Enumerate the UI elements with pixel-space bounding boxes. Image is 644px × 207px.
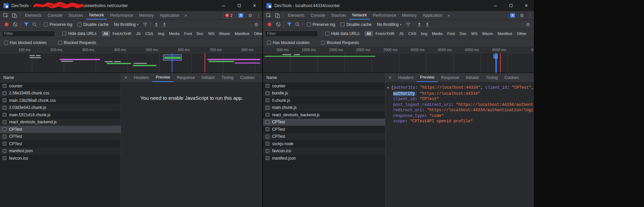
waterfall-overview[interactable] [0, 53, 262, 73]
settings-gear-icon[interactable]: ⚙ [518, 11, 526, 19]
filter-chip-js[interactable]: JS [134, 31, 143, 36]
panel-tab-sources[interactable]: Sources [328, 11, 349, 19]
clear-icon[interactable] [274, 20, 282, 29]
export-har-icon[interactable] [160, 20, 168, 29]
request-row[interactable]: bundle.js [263, 90, 385, 97]
filter-chip-ws[interactable]: WS [469, 31, 480, 36]
titlebar[interactable]: DevTools - urewebsites.net/counter – × [0, 0, 262, 11]
network-conditions-icon[interactable] [141, 20, 149, 29]
throttling-select[interactable]: No throttling ▾ [114, 22, 139, 27]
filter-chip-all[interactable]: All [102, 31, 110, 36]
panel-tab-sources[interactable]: Sources [65, 11, 86, 19]
filter-chip-other[interactable]: Other [252, 31, 263, 36]
filter-chip-doc[interactable]: Doc [195, 31, 205, 36]
minimize-button[interactable]: – [216, 0, 231, 11]
panel-tab-network[interactable]: Network [86, 11, 107, 19]
device-toolbar-icon[interactable] [10, 11, 19, 19]
request-row[interactable]: main.chunk.js [263, 104, 385, 112]
filter-chip-img[interactable]: Img [156, 31, 166, 36]
name-column-header[interactable]: Name [0, 73, 121, 82]
blocked-requests-checkbox[interactable]: Blocked Requests [321, 40, 359, 45]
filter-chip-doc[interactable]: Doc [458, 31, 468, 36]
filter-chip-manifest[interactable]: Manifest [495, 31, 514, 36]
preserve-log-checkbox[interactable]: Preserve log [307, 22, 335, 27]
request-row[interactable]: CPTest [0, 133, 121, 140]
record-button[interactable] [5, 23, 8, 26]
request-row[interactable]: counter [263, 82, 385, 90]
filter-funnel-icon[interactable] [285, 20, 293, 29]
filter-chip-ws[interactable]: WS [206, 31, 217, 36]
request-row[interactable]: favicon.ico [0, 155, 121, 162]
request-row[interactable]: CPTest [0, 126, 121, 133]
request-row[interactable]: favicon.ico [263, 148, 385, 155]
clear-icon[interactable] [11, 20, 19, 29]
detail-tab-cookies[interactable]: Cookies [501, 73, 522, 82]
more-options-icon[interactable]: ⋮ [526, 11, 534, 19]
panel-tab-elements[interactable]: Elements [285, 11, 308, 19]
request-row[interactable]: 2.03d3e542.chunk.js [0, 104, 121, 112]
filter-chip-all[interactable]: All [365, 31, 373, 36]
panel-tab-performance[interactable]: Performance [370, 11, 399, 19]
has-blocked-cookies-checkbox[interactable]: Has blocked cookies [267, 40, 310, 45]
search-icon[interactable] [293, 20, 301, 29]
detail-tab-timing[interactable]: Timing [218, 73, 237, 82]
network-settings-gear-icon[interactable]: ⚙ [524, 20, 532, 29]
detail-tab-preview[interactable]: Preview [417, 73, 438, 82]
network-conditions-icon[interactable] [404, 20, 412, 29]
request-row[interactable]: CPTest [263, 133, 385, 140]
request-row[interactable]: CPTest [263, 119, 385, 126]
filter-chip-wasm[interactable]: Wasm [480, 31, 495, 36]
request-row[interactable]: CPTest [0, 140, 121, 148]
panel-tab-console[interactable]: Console [308, 11, 328, 19]
filter-chip-js[interactable]: JS [397, 31, 406, 36]
filter-chip-media[interactable]: Media [430, 31, 444, 36]
request-row[interactable]: CPTest [263, 126, 385, 133]
name-column-header[interactable]: Name [263, 73, 385, 82]
more-options-icon[interactable]: ⋮ [254, 11, 262, 19]
network-overview-timeline[interactable]: 500 ms1000 ms1500 ms2000 ms2500 ms3000 m… [263, 47, 534, 73]
request-row[interactable]: sockjs-node [263, 140, 385, 148]
close-pane-icon[interactable]: × [121, 73, 130, 82]
filter-chip-wasm[interactable]: Wasm [217, 31, 232, 36]
filter-input[interactable] [265, 31, 318, 37]
close-pane-icon[interactable]: × [385, 73, 395, 82]
minimize-button[interactable]: – [488, 0, 503, 11]
expander-icon[interactable]: ▼ [387, 85, 391, 91]
close-button[interactable]: × [519, 0, 534, 11]
console-message-badge[interactable]: 1 [236, 13, 245, 18]
hide-data-urls-checkbox[interactable]: Hide data URLs [325, 31, 360, 36]
request-row[interactable]: 2.56e33495.chunk.css [0, 90, 121, 97]
request-row[interactable]: counter [0, 82, 121, 90]
search-icon[interactable] [30, 20, 38, 29]
maximize-button[interactable] [231, 0, 247, 11]
disable-cache-checkbox[interactable]: Disable cache [77, 22, 108, 27]
request-row[interactable]: react_devtools_backend.js [0, 119, 121, 126]
detail-tab-initiator[interactable]: Initiator [198, 73, 218, 82]
request-row[interactable]: main.f2f21d18.chunk.js [0, 111, 121, 119]
preserve-log-checkbox[interactable]: Preserve log [44, 22, 72, 27]
request-row[interactable]: 0.chunk.js [263, 97, 385, 104]
network-overview-timeline[interactable]: 100 ms200 ms300 ms400 ms500 ms600 ms700 … [0, 47, 262, 73]
filter-chip-font[interactable]: Font [445, 31, 457, 36]
panel-tab-elements[interactable]: Elements [22, 11, 45, 19]
filter-chip-other[interactable]: Other [515, 31, 529, 36]
panel-tab-application[interactable]: Application [420, 11, 445, 19]
filter-chip-css[interactable]: CSS [143, 31, 155, 36]
waterfall-overview[interactable] [263, 53, 534, 73]
panel-tab-network[interactable]: Network [349, 11, 370, 19]
filter-chip-font[interactable]: Font [182, 31, 194, 36]
import-har-icon[interactable] [152, 20, 160, 29]
panel-tab-memory[interactable]: Memory [399, 11, 420, 19]
request-row[interactable]: manifest.json [0, 148, 121, 155]
more-panels-chevron-icon[interactable]: » [445, 11, 452, 19]
detail-tab-response[interactable]: Response [438, 73, 463, 82]
filter-chip-fetch-xhr[interactable]: Fetch/XHR [111, 31, 133, 36]
request-row[interactable]: react_devtools_backend.js [263, 111, 385, 119]
network-settings-gear-icon[interactable]: ⚙ [252, 20, 260, 29]
panel-tab-console[interactable]: Console [45, 11, 65, 19]
panel-tab-application[interactable]: Application [157, 11, 182, 19]
titlebar[interactable]: DevTools - localhost:44334/counter – × [263, 0, 534, 11]
detail-tab-headers[interactable]: Headers [395, 73, 417, 82]
filter-chip-manifest[interactable]: Manifest [232, 31, 251, 36]
close-button[interactable]: × [247, 0, 262, 11]
